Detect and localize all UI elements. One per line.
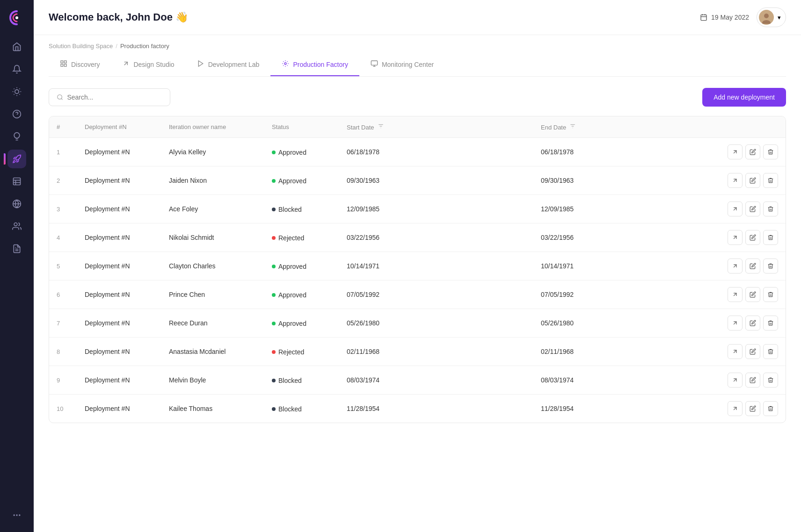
cell-owner: Kailee Thomas bbox=[161, 395, 264, 423]
action-edit-button[interactable] bbox=[745, 287, 760, 302]
action-delete-button[interactable] bbox=[763, 316, 778, 331]
cell-deployment: Deployment #N bbox=[77, 223, 161, 252]
sidebar-item-rocket[interactable] bbox=[7, 150, 26, 168]
search-input[interactable] bbox=[67, 93, 162, 101]
action-delete-button[interactable] bbox=[763, 201, 778, 216]
cell-start-date: 02/11/1968 bbox=[339, 338, 533, 366]
cell-num: 10 bbox=[49, 395, 77, 423]
tab-monitoring-center[interactable]: Monitoring Center bbox=[359, 53, 445, 76]
status-label: Rejected bbox=[278, 348, 304, 356]
action-delete-button[interactable] bbox=[763, 230, 778, 245]
app-logo[interactable] bbox=[7, 7, 27, 28]
action-edit-button[interactable] bbox=[745, 316, 760, 331]
svg-rect-27 bbox=[701, 15, 706, 21]
action-delete-button[interactable] bbox=[763, 344, 778, 359]
action-open-button[interactable] bbox=[728, 259, 743, 273]
cell-num: 7 bbox=[49, 309, 77, 338]
cell-deployment: Deployment #N bbox=[77, 166, 161, 195]
sidebar-item-notifications[interactable] bbox=[7, 60, 26, 79]
cell-num: 6 bbox=[49, 280, 77, 309]
status-dot bbox=[272, 236, 276, 240]
search-box[interactable] bbox=[49, 88, 170, 106]
breadcrumb: Solution Building Space / Production fac… bbox=[49, 35, 786, 53]
svg-line-60 bbox=[734, 379, 736, 381]
action-open-button[interactable] bbox=[728, 201, 743, 216]
cell-status: Approved bbox=[264, 138, 339, 166]
action-edit-button[interactable] bbox=[745, 373, 760, 388]
action-open-button[interactable] bbox=[728, 173, 743, 188]
action-open-button[interactable] bbox=[728, 144, 743, 159]
cell-num: 9 bbox=[49, 366, 77, 395]
cell-end-date: 10/14/1971 bbox=[533, 252, 720, 280]
sidebar-item-documents[interactable] bbox=[7, 239, 26, 258]
cell-actions bbox=[720, 366, 786, 395]
action-delete-button[interactable] bbox=[763, 144, 778, 159]
svg-point-44 bbox=[58, 95, 62, 100]
col-end-date[interactable]: End Date bbox=[533, 116, 720, 138]
action-open-button[interactable] bbox=[728, 344, 743, 359]
sidebar-item-lightbulb[interactable] bbox=[7, 82, 26, 101]
action-edit-button[interactable] bbox=[745, 230, 760, 245]
status-dot bbox=[272, 293, 276, 297]
cell-start-date: 12/09/1985 bbox=[339, 195, 533, 223]
action-delete-button[interactable] bbox=[763, 373, 778, 388]
tab-design-studio[interactable]: Design Studio bbox=[111, 53, 185, 76]
action-open-button[interactable] bbox=[728, 401, 743, 416]
status-label: Approved bbox=[278, 291, 306, 299]
tab-discovery[interactable]: Discovery bbox=[49, 53, 111, 76]
sidebar-more-icon[interactable] bbox=[7, 506, 26, 525]
action-delete-button[interactable] bbox=[763, 287, 778, 302]
cell-end-date: 05/26/1980 bbox=[533, 309, 720, 338]
cell-owner: Clayton Charles bbox=[161, 252, 264, 280]
sidebar-item-users[interactable] bbox=[7, 217, 26, 236]
action-open-button[interactable] bbox=[728, 230, 743, 245]
action-delete-button[interactable] bbox=[763, 401, 778, 416]
user-menu-button[interactable]: ▾ bbox=[757, 7, 786, 27]
svg-line-58 bbox=[734, 322, 736, 324]
action-edit-button[interactable] bbox=[745, 259, 760, 273]
action-open-button[interactable] bbox=[728, 316, 743, 331]
cell-actions bbox=[720, 338, 786, 366]
sidebar-item-ideas[interactable] bbox=[7, 127, 26, 146]
sidebar-item-reports[interactable] bbox=[7, 172, 26, 191]
main-content: Welcome back, John Doe 👋 19 May 2022 ▾ bbox=[34, 0, 801, 532]
action-delete-button[interactable] bbox=[763, 259, 778, 273]
header: Welcome back, John Doe 👋 19 May 2022 ▾ bbox=[34, 0, 801, 35]
status-label: Blocked bbox=[278, 405, 302, 413]
cell-deployment: Deployment #N bbox=[77, 280, 161, 309]
action-delete-button[interactable] bbox=[763, 173, 778, 188]
action-edit-button[interactable] bbox=[745, 173, 760, 188]
cell-deployment: Deployment #N bbox=[77, 195, 161, 223]
action-edit-button[interactable] bbox=[745, 144, 760, 159]
cell-end-date: 12/09/1985 bbox=[533, 195, 720, 223]
cell-num: 4 bbox=[49, 223, 77, 252]
action-edit-button[interactable] bbox=[745, 344, 760, 359]
sidebar-item-help[interactable] bbox=[7, 105, 26, 123]
tab-design-studio-icon bbox=[122, 60, 130, 69]
cell-deployment: Deployment #N bbox=[77, 366, 161, 395]
status-dot bbox=[272, 179, 276, 183]
col-owner: Iteration owner name bbox=[161, 116, 264, 138]
svg-line-38 bbox=[124, 62, 128, 65]
add-deployment-button[interactable]: Add new deployment bbox=[702, 88, 786, 107]
header-right: 19 May 2022 ▾ bbox=[700, 7, 786, 27]
breadcrumb-current: Production factory bbox=[120, 43, 169, 50]
cell-deployment: Deployment #N bbox=[77, 338, 161, 366]
tab-development-lab[interactable]: Development Lab bbox=[186, 53, 271, 76]
action-open-button[interactable] bbox=[728, 373, 743, 388]
status-label: Blocked bbox=[278, 206, 302, 213]
action-open-button[interactable] bbox=[728, 287, 743, 302]
cell-owner: Reece Duran bbox=[161, 309, 264, 338]
start-date-filter-icon bbox=[378, 123, 384, 129]
tab-production-factory[interactable]: Production Factory bbox=[270, 53, 359, 76]
cell-actions bbox=[720, 138, 786, 166]
action-edit-button[interactable] bbox=[745, 401, 760, 416]
svg-line-5 bbox=[14, 89, 15, 89]
sidebar-item-globe[interactable] bbox=[7, 194, 26, 213]
col-start-date[interactable]: Start Date bbox=[339, 116, 533, 138]
action-edit-button[interactable] bbox=[745, 201, 760, 216]
sidebar-item-home[interactable] bbox=[7, 37, 26, 56]
cell-status: Rejected bbox=[264, 338, 339, 366]
cell-num: 2 bbox=[49, 166, 77, 195]
svg-rect-15 bbox=[14, 178, 21, 185]
